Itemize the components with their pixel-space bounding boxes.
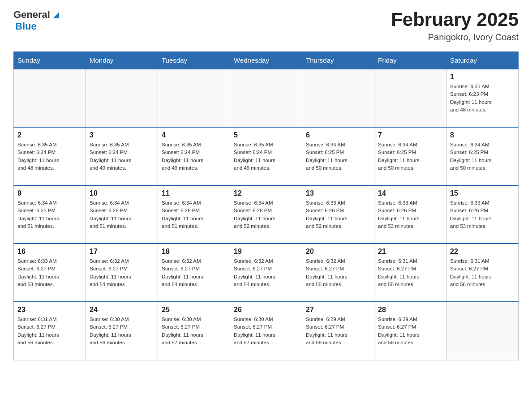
day-number: 28 xyxy=(378,306,442,314)
location-title: Panigokro, Ivory Coast xyxy=(391,32,519,43)
calendar-cell: 22Sunrise: 6:31 AMSunset: 6:27 PMDayligh… xyxy=(446,244,519,302)
calendar-cell: 15Sunrise: 6:33 AMSunset: 6:26 PMDayligh… xyxy=(446,185,519,244)
calendar-day-header: Wednesday xyxy=(230,52,302,69)
logo-blue-text: Blue xyxy=(15,21,37,32)
day-info: Sunrise: 6:34 AMSunset: 6:26 PMDaylight:… xyxy=(162,199,226,230)
day-info: Sunrise: 6:35 AMSunset: 6:24 PMDaylight:… xyxy=(17,141,82,172)
day-info: Sunrise: 6:32 AMSunset: 6:27 PMDaylight:… xyxy=(234,257,298,288)
day-info: Sunrise: 6:32 AMSunset: 6:27 PMDaylight:… xyxy=(306,257,370,288)
day-info: Sunrise: 6:33 AMSunset: 6:26 PMDaylight:… xyxy=(378,199,442,230)
title-section: February 2025 Panigokro, Ivory Coast xyxy=(391,9,519,43)
calendar-cell: 23Sunrise: 6:31 AMSunset: 6:27 PMDayligh… xyxy=(14,302,86,360)
day-number: 15 xyxy=(450,189,515,197)
day-info: Sunrise: 6:34 AMSunset: 6:25 PMDaylight:… xyxy=(17,199,82,230)
month-title: February 2025 xyxy=(391,9,519,30)
day-info: Sunrise: 6:33 AMSunset: 6:26 PMDaylight:… xyxy=(450,199,515,230)
calendar-week-row: 16Sunrise: 6:33 AMSunset: 6:27 PMDayligh… xyxy=(14,244,519,302)
calendar-cell: 1Sunrise: 6:35 AMSunset: 6:23 PMDaylight… xyxy=(446,69,519,127)
calendar-cell: 27Sunrise: 6:29 AMSunset: 6:27 PMDayligh… xyxy=(302,302,374,360)
calendar-cell: 7Sunrise: 6:34 AMSunset: 6:25 PMDaylight… xyxy=(374,127,446,185)
calendar-cell: 4Sunrise: 6:35 AMSunset: 6:24 PMDaylight… xyxy=(158,127,230,185)
day-number: 5 xyxy=(234,131,298,139)
calendar-cell: 26Sunrise: 6:30 AMSunset: 6:27 PMDayligh… xyxy=(230,302,302,360)
calendar-cell: 25Sunrise: 6:30 AMSunset: 6:27 PMDayligh… xyxy=(158,302,230,360)
calendar-cell: 5Sunrise: 6:35 AMSunset: 6:24 PMDaylight… xyxy=(230,127,302,185)
day-info: Sunrise: 6:31 AMSunset: 6:27 PMDaylight:… xyxy=(17,316,82,347)
calendar-day-header: Sunday xyxy=(14,52,86,69)
logo-triangle-icon xyxy=(51,10,61,20)
day-info: Sunrise: 6:31 AMSunset: 6:27 PMDaylight:… xyxy=(378,257,442,288)
calendar-cell: 18Sunrise: 6:32 AMSunset: 6:27 PMDayligh… xyxy=(158,244,230,302)
calendar-cell: 28Sunrise: 6:29 AMSunset: 6:27 PMDayligh… xyxy=(374,302,446,360)
day-number: 24 xyxy=(90,306,154,314)
calendar-cell xyxy=(446,302,519,360)
calendar-cell: 21Sunrise: 6:31 AMSunset: 6:27 PMDayligh… xyxy=(374,244,446,302)
calendar-day-header: Friday xyxy=(374,52,446,69)
day-number: 9 xyxy=(17,189,82,197)
calendar-cell: 8Sunrise: 6:34 AMSunset: 6:25 PMDaylight… xyxy=(446,127,519,185)
day-info: Sunrise: 6:30 AMSunset: 6:27 PMDaylight:… xyxy=(234,316,298,347)
calendar-week-row: 1Sunrise: 6:35 AMSunset: 6:23 PMDaylight… xyxy=(14,69,519,127)
calendar-day-header: Tuesday xyxy=(158,52,230,69)
calendar-cell xyxy=(374,69,446,127)
day-number: 1 xyxy=(450,73,515,81)
calendar-cell: 12Sunrise: 6:34 AMSunset: 6:26 PMDayligh… xyxy=(230,185,302,244)
page-header: General Blue February 2025 Panigokro, Iv… xyxy=(13,9,519,43)
calendar-cell: 20Sunrise: 6:32 AMSunset: 6:27 PMDayligh… xyxy=(302,244,374,302)
day-number: 2 xyxy=(17,131,82,139)
calendar-cell: 17Sunrise: 6:32 AMSunset: 6:27 PMDayligh… xyxy=(86,244,158,302)
calendar-cell: 16Sunrise: 6:33 AMSunset: 6:27 PMDayligh… xyxy=(14,244,86,302)
day-info: Sunrise: 6:32 AMSunset: 6:27 PMDaylight:… xyxy=(162,257,226,288)
day-info: Sunrise: 6:35 AMSunset: 6:24 PMDaylight:… xyxy=(234,141,298,172)
calendar-cell: 11Sunrise: 6:34 AMSunset: 6:26 PMDayligh… xyxy=(158,185,230,244)
calendar-week-row: 9Sunrise: 6:34 AMSunset: 6:25 PMDaylight… xyxy=(14,185,519,244)
day-info: Sunrise: 6:29 AMSunset: 6:27 PMDaylight:… xyxy=(378,316,442,347)
day-number: 26 xyxy=(234,306,298,314)
day-number: 3 xyxy=(90,131,154,139)
calendar-cell xyxy=(230,69,302,127)
day-info: Sunrise: 6:34 AMSunset: 6:26 PMDaylight:… xyxy=(90,199,154,230)
calendar-cell: 24Sunrise: 6:30 AMSunset: 6:27 PMDayligh… xyxy=(86,302,158,360)
day-info: Sunrise: 6:32 AMSunset: 6:27 PMDaylight:… xyxy=(90,257,154,288)
calendar-cell: 14Sunrise: 6:33 AMSunset: 6:26 PMDayligh… xyxy=(374,185,446,244)
day-number: 18 xyxy=(162,248,226,256)
calendar-cell xyxy=(302,69,374,127)
day-info: Sunrise: 6:34 AMSunset: 6:25 PMDaylight:… xyxy=(306,141,370,172)
day-number: 25 xyxy=(162,306,226,314)
day-info: Sunrise: 6:34 AMSunset: 6:26 PMDaylight:… xyxy=(234,199,298,230)
day-number: 21 xyxy=(378,248,442,256)
logo-general-text: General xyxy=(13,9,50,21)
day-info: Sunrise: 6:34 AMSunset: 6:25 PMDaylight:… xyxy=(378,141,442,172)
logo: General Blue xyxy=(13,9,61,32)
day-info: Sunrise: 6:35 AMSunset: 6:24 PMDaylight:… xyxy=(162,141,226,172)
day-number: 14 xyxy=(378,189,442,197)
calendar-day-header: Monday xyxy=(86,52,158,69)
svg-marker-0 xyxy=(53,12,59,18)
day-number: 4 xyxy=(162,131,226,139)
calendar-day-header: Thursday xyxy=(302,52,374,69)
day-info: Sunrise: 6:33 AMSunset: 6:26 PMDaylight:… xyxy=(306,199,370,230)
day-number: 17 xyxy=(90,248,154,256)
calendar-week-row: 2Sunrise: 6:35 AMSunset: 6:24 PMDaylight… xyxy=(14,127,519,185)
day-number: 8 xyxy=(450,131,515,139)
calendar-table: SundayMondayTuesdayWednesdayThursdayFrid… xyxy=(13,51,519,360)
day-number: 20 xyxy=(306,248,370,256)
day-info: Sunrise: 6:30 AMSunset: 6:27 PMDaylight:… xyxy=(162,316,226,347)
day-number: 11 xyxy=(162,189,226,197)
day-info: Sunrise: 6:29 AMSunset: 6:27 PMDaylight:… xyxy=(306,316,370,347)
calendar-cell: 10Sunrise: 6:34 AMSunset: 6:26 PMDayligh… xyxy=(86,185,158,244)
calendar-cell xyxy=(14,69,86,127)
day-info: Sunrise: 6:33 AMSunset: 6:27 PMDaylight:… xyxy=(17,257,82,288)
day-info: Sunrise: 6:30 AMSunset: 6:27 PMDaylight:… xyxy=(90,316,154,347)
day-number: 10 xyxy=(90,189,154,197)
calendar-cell: 2Sunrise: 6:35 AMSunset: 6:24 PMDaylight… xyxy=(14,127,86,185)
calendar-cell: 3Sunrise: 6:35 AMSunset: 6:24 PMDaylight… xyxy=(86,127,158,185)
day-info: Sunrise: 6:31 AMSunset: 6:27 PMDaylight:… xyxy=(450,257,515,288)
calendar-cell xyxy=(86,69,158,127)
calendar-cell: 6Sunrise: 6:34 AMSunset: 6:25 PMDaylight… xyxy=(302,127,374,185)
calendar-cell: 19Sunrise: 6:32 AMSunset: 6:27 PMDayligh… xyxy=(230,244,302,302)
calendar-cell xyxy=(158,69,230,127)
day-number: 13 xyxy=(306,189,370,197)
day-number: 23 xyxy=(17,306,82,314)
day-number: 12 xyxy=(234,189,298,197)
